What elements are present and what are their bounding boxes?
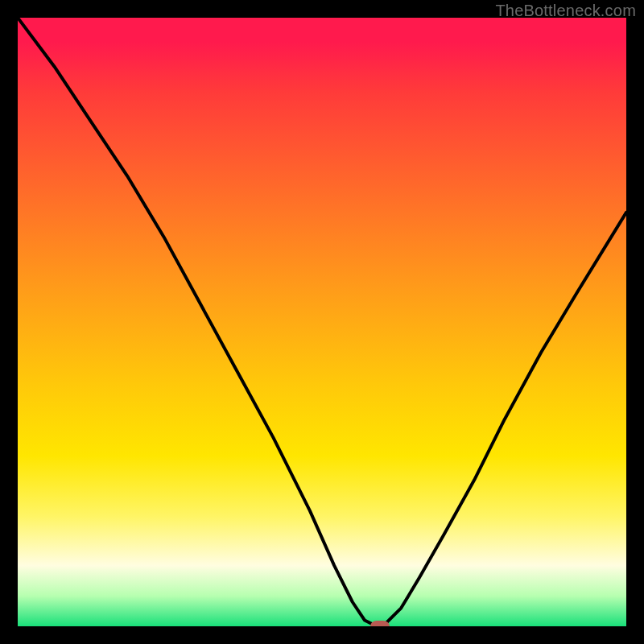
- plot-area: [18, 18, 626, 626]
- watermark-text: TheBottleneck.com: [495, 2, 636, 20]
- curve-svg: [18, 18, 626, 626]
- bottleneck-curve: [18, 18, 626, 626]
- chart-frame: TheBottleneck.com: [0, 0, 644, 644]
- optimum-marker: [370, 621, 390, 626]
